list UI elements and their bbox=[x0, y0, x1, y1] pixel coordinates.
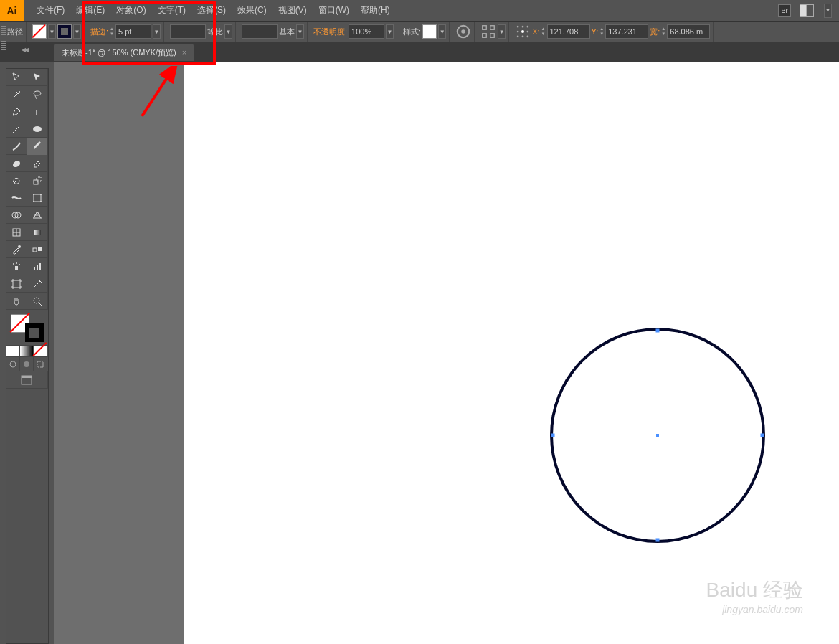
svg-rect-44 bbox=[13, 280, 20, 288]
tools-pane: ◀◀ T bbox=[0, 62, 54, 644]
paintbrush-tool[interactable] bbox=[6, 138, 27, 155]
menu-object[interactable]: 对象(O) bbox=[110, 4, 151, 16]
canvas-area[interactable]: Baidu 经验 jingyan.baidu.com bbox=[54, 62, 839, 644]
recolor-artwork-icon[interactable] bbox=[455, 24, 471, 39]
opacity-dropdown[interactable]: ▼ bbox=[386, 24, 394, 39]
menu-edit[interactable]: 编辑(E) bbox=[70, 4, 110, 16]
svg-point-13 bbox=[517, 36, 519, 38]
y-input[interactable] bbox=[605, 24, 648, 39]
mesh-tool[interactable] bbox=[6, 224, 27, 241]
direct-selection-tool[interactable] bbox=[27, 69, 48, 86]
stroke-weight-input[interactable] bbox=[115, 24, 151, 39]
stroke-swatch[interactable] bbox=[57, 24, 72, 39]
symbol-sprayer-tool[interactable] bbox=[6, 258, 27, 275]
svg-rect-6 bbox=[490, 34, 495, 38]
svg-point-34 bbox=[18, 245, 21, 248]
svg-line-46 bbox=[39, 303, 42, 306]
close-tab-icon[interactable]: × bbox=[182, 48, 186, 57]
svg-point-2 bbox=[461, 29, 465, 34]
stroke-weight-dropdown[interactable]: ▼ bbox=[153, 24, 161, 39]
watermark: Baidu 经验 jingyan.baidu.com bbox=[706, 577, 803, 615]
svg-rect-5 bbox=[483, 34, 487, 38]
color-mode-none[interactable] bbox=[34, 346, 47, 356]
svg-rect-35 bbox=[33, 248, 37, 252]
type-tool[interactable]: T bbox=[27, 103, 48, 120]
graphic-style-swatch[interactable] bbox=[422, 24, 437, 39]
x-input[interactable] bbox=[547, 24, 590, 39]
selection-tool[interactable] bbox=[6, 69, 27, 86]
slice-tool[interactable] bbox=[27, 275, 48, 293]
lasso-tool[interactable] bbox=[27, 86, 48, 103]
column-graph-tool[interactable] bbox=[27, 258, 48, 275]
menu-effect[interactable]: 效果(C) bbox=[232, 4, 272, 16]
menu-type[interactable]: 文字(T) bbox=[152, 4, 191, 16]
brush-definition[interactable] bbox=[242, 24, 278, 39]
menu-view[interactable]: 视图(V) bbox=[272, 4, 313, 16]
menu-file[interactable]: 文件(F) bbox=[31, 4, 70, 16]
width-tool[interactable] bbox=[6, 189, 27, 207]
blend-tool[interactable] bbox=[27, 241, 48, 258]
svg-rect-4 bbox=[490, 26, 495, 30]
anchor-bottom[interactable] bbox=[656, 539, 660, 542]
drawing-mode-normal[interactable] bbox=[6, 357, 20, 371]
svg-text:T: T bbox=[34, 107, 39, 118]
artboard[interactable]: Baidu 经验 jingyan.baidu.com bbox=[184, 62, 839, 644]
svg-point-27 bbox=[40, 201, 42, 202]
color-mode-gradient[interactable] bbox=[20, 346, 34, 356]
magic-wand-tool[interactable] bbox=[6, 86, 27, 103]
bridge-icon[interactable]: Br bbox=[778, 4, 791, 17]
pencil-tool[interactable] bbox=[27, 138, 48, 155]
menu-help[interactable]: 帮助(H) bbox=[355, 4, 396, 16]
free-transform-tool[interactable] bbox=[27, 189, 48, 207]
screen-mode-toggle[interactable] bbox=[6, 371, 48, 389]
scale-tool[interactable] bbox=[27, 172, 48, 189]
eraser-tool[interactable] bbox=[27, 155, 48, 172]
menu-window[interactable]: 窗口(W) bbox=[313, 4, 355, 16]
menu-select[interactable]: 选择(S) bbox=[191, 4, 232, 16]
drawing-mode-inside[interactable] bbox=[34, 357, 47, 371]
anchor-left[interactable] bbox=[551, 434, 555, 437]
arrange-documents-icon[interactable] bbox=[800, 4, 815, 17]
shape-builder-tool[interactable] bbox=[6, 207, 27, 224]
hand-tool[interactable] bbox=[6, 293, 27, 310]
rotate-tool[interactable] bbox=[6, 172, 27, 189]
align-dropdown[interactable]: ▼ bbox=[498, 24, 506, 39]
variable-width-profile[interactable] bbox=[170, 24, 206, 39]
pen-tool[interactable] bbox=[6, 103, 27, 120]
line-tool[interactable] bbox=[6, 120, 27, 138]
layout-dropdown[interactable]: ▼ bbox=[824, 4, 832, 18]
artboard-tool[interactable] bbox=[6, 275, 27, 293]
zoom-tool[interactable] bbox=[27, 293, 48, 310]
ellipse-tool[interactable] bbox=[27, 120, 48, 138]
fill-stroke-indicator[interactable] bbox=[6, 310, 48, 346]
transform-reference-icon[interactable] bbox=[515, 24, 531, 39]
workspace: ◀◀ T bbox=[0, 62, 839, 644]
opacity-label[interactable]: 不透明度: bbox=[313, 27, 347, 37]
anchor-top[interactable] bbox=[656, 329, 660, 333]
anchor-right[interactable] bbox=[761, 434, 764, 437]
width-input[interactable] bbox=[667, 24, 710, 39]
stroke-label[interactable]: 描边: bbox=[90, 27, 108, 37]
brush-dropdown[interactable]: ▼ bbox=[296, 24, 304, 39]
fill-dropdown[interactable]: ▼ bbox=[48, 24, 56, 39]
align-icon[interactable] bbox=[480, 24, 496, 39]
color-mode-row bbox=[6, 346, 48, 357]
document-tab[interactable]: 未标题-1* @ 150% (CMYK/预览) × bbox=[54, 44, 194, 61]
blob-brush-tool[interactable] bbox=[6, 155, 27, 172]
stroke-indicator[interactable] bbox=[25, 323, 44, 342]
watermark-url: jingyan.baidu.com bbox=[706, 604, 803, 615]
gradient-tool[interactable] bbox=[27, 224, 48, 241]
profile-dropdown[interactable]: ▼ bbox=[224, 24, 232, 39]
svg-point-9 bbox=[527, 26, 529, 28]
collapse-tools-icon[interactable]: ◀◀ bbox=[22, 47, 27, 53]
style-dropdown[interactable]: ▼ bbox=[438, 24, 446, 39]
stroke-dropdown[interactable]: ▼ bbox=[73, 24, 81, 39]
color-mode-solid[interactable] bbox=[6, 346, 20, 356]
perspective-grid-tool[interactable] bbox=[27, 207, 48, 224]
selected-ellipse-path[interactable] bbox=[550, 328, 765, 543]
eyedropper-tool[interactable] bbox=[6, 241, 27, 258]
opacity-input[interactable] bbox=[349, 24, 384, 39]
profile-label: 等比 bbox=[207, 27, 223, 37]
drawing-mode-behind[interactable] bbox=[20, 357, 34, 371]
fill-swatch[interactable] bbox=[32, 24, 47, 39]
